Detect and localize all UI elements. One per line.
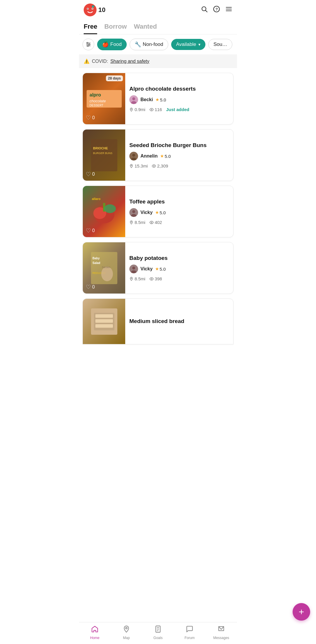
listing-meta: 0.9mi 116 Just added <box>129 107 229 112</box>
listing-info: Alpro chocolate desserts Becki ★ 5.0 0.9… <box>125 73 233 124</box>
nav-home[interactable]: Home <box>79 625 111 640</box>
svg-point-19 <box>87 45 88 46</box>
menu-icon[interactable] <box>225 6 232 14</box>
search-icon[interactable] <box>201 6 208 14</box>
listing-meta: 8.5mi 402 <box>129 220 229 225</box>
distance: 8.5mi <box>135 276 145 281</box>
svg-text:?: ? <box>216 7 218 11</box>
listing-image: BRIOCHE BURGER BUNS ♡ 0 <box>83 130 125 181</box>
svg-point-57 <box>151 278 152 279</box>
listing-user: Vicky ★ 5.0 <box>129 265 229 273</box>
listing-card[interactable]: alpro chocolate DESSERT 28 days ♡ 0 Alpr… <box>83 73 233 125</box>
forum-icon <box>186 625 193 635</box>
views: 116 <box>155 107 162 112</box>
covid-text: COVID: <box>92 59 108 64</box>
main-tabs: Free Borrow Wanted <box>79 20 237 34</box>
heart-icon: ♡ <box>86 227 91 234</box>
nav-messages[interactable]: Messages <box>205 625 237 640</box>
tab-free[interactable]: Free <box>84 20 97 34</box>
tab-wanted[interactable]: Wanted <box>134 20 157 34</box>
listing-card[interactable]: BRIOCHE BURGER BUNS ♡ 0 Seeded Brioche B… <box>83 129 233 181</box>
header: + 10 ? <box>79 0 237 20</box>
distance: 0.9mi <box>135 107 145 112</box>
listing-user: Vicky ★ 5.0 <box>129 208 229 217</box>
user-rating: ★ 5.0 <box>155 210 166 215</box>
warning-icon: ⚠️ <box>84 58 90 64</box>
listing-heart[interactable]: ♡ 0 <box>86 227 95 234</box>
svg-text:allaro: allaro <box>92 197 101 201</box>
listing-user: Becki ★ 5.0 <box>129 95 229 104</box>
header-left: + 10 <box>84 4 105 16</box>
filter-settings-button[interactable] <box>83 39 94 50</box>
notification-count: 10 <box>98 6 105 14</box>
listing-info: Medium sliced bread <box>125 299 233 344</box>
rating-value: 5.0 <box>165 154 171 159</box>
covid-banner: ⚠️ COVID: Sharing and safety <box>79 54 237 68</box>
svg-point-63 <box>126 627 127 629</box>
star-icon: ★ <box>155 210 159 215</box>
svg-point-18 <box>89 44 90 45</box>
nav-map[interactable]: Map <box>111 625 142 640</box>
listing-heart[interactable]: ♡ 0 <box>86 114 95 121</box>
listing-heart[interactable]: ♡ 0 <box>86 284 95 291</box>
filter-available-chip[interactable]: Available ▾ <box>171 39 206 50</box>
listing-card[interactable]: Baby Salad REDUCED Sarden ♡ 0 Baby potat… <box>83 242 233 294</box>
header-icons: ? <box>201 6 232 14</box>
user-name: Becki <box>140 97 153 102</box>
svg-point-43 <box>132 210 135 213</box>
heart-icon: ♡ <box>86 171 91 178</box>
views-item: 402 <box>150 220 162 225</box>
filter-food-chip[interactable]: 🍎 Food <box>97 39 127 50</box>
nonfood-chip-icon: 🔧 <box>135 41 141 48</box>
star-icon: ★ <box>160 153 164 159</box>
svg-point-35 <box>131 165 132 166</box>
food-chip-icon: 🍎 <box>102 41 109 48</box>
just-added-tag: Just added <box>166 107 189 112</box>
listing-title: Seeded Brioche Burger Buns <box>129 142 229 149</box>
views-item: 398 <box>150 276 162 281</box>
nav-forum[interactable]: Forum <box>174 625 205 640</box>
listing-heart[interactable]: ♡ 0 <box>86 171 95 178</box>
nav-map-label: Map <box>123 636 130 640</box>
listing-title: Baby potatoes <box>129 255 229 262</box>
svg-text:DESSERT: DESSERT <box>90 104 103 107</box>
star-icon: ★ <box>155 266 159 272</box>
help-icon[interactable]: ? <box>213 6 220 14</box>
views: 398 <box>155 276 162 281</box>
svg-point-17 <box>87 42 88 44</box>
listing-image: alpro chocolate DESSERT 28 days ♡ 0 <box>83 73 125 124</box>
listing-info: Toffee apples Vicky ★ 5.0 8.5mi 402 <box>125 186 233 237</box>
filter-nonfood-chip[interactable]: 🔧 Non-food <box>130 39 168 50</box>
svg-point-3 <box>87 8 88 9</box>
rating-value: 5.0 <box>160 97 166 102</box>
likes-count: 0 <box>92 172 95 177</box>
svg-text:BURGER BUNS: BURGER BUNS <box>93 152 112 155</box>
listing-user: Annelin ★ 5.0 <box>129 152 229 160</box>
listings-container: alpro chocolate DESSERT 28 days ♡ 0 Alpr… <box>79 68 237 380</box>
listing-meta: 15.3mi 2,309 <box>129 163 229 168</box>
nav-goals[interactable]: Goals <box>142 625 174 640</box>
filter-sort-chip[interactable]: Sou… <box>208 39 232 50</box>
listing-card[interactable]: Medium sliced bread <box>83 298 233 344</box>
views-item: 2,309 <box>152 163 168 168</box>
listing-meta: 8.5mi 398 <box>129 276 229 281</box>
svg-point-36 <box>153 165 154 167</box>
user-avatar <box>129 95 138 104</box>
user-avatar <box>129 152 138 160</box>
svg-text:alpro: alpro <box>90 92 101 97</box>
covid-link[interactable]: Sharing and safety <box>110 59 149 64</box>
svg-point-56 <box>131 278 132 279</box>
rating-value: 5.0 <box>160 267 166 272</box>
listing-card[interactable]: allaro ♡ 0 Toffee apples Vicky ★ 5.0 <box>83 186 233 237</box>
svg-point-40 <box>104 204 116 213</box>
user-rating: ★ 5.0 <box>160 153 171 159</box>
heart-icon: ♡ <box>86 284 91 291</box>
svg-text:Sarden: Sarden <box>102 266 110 269</box>
views: 2,309 <box>157 163 168 168</box>
tab-borrow[interactable]: Borrow <box>104 20 127 34</box>
distance-item: 0.9mi <box>129 107 145 112</box>
distance: 15.3mi <box>135 163 148 168</box>
available-chip-label: Available <box>176 42 196 47</box>
listing-image: allaro ♡ 0 <box>83 186 125 237</box>
distance-item: 8.5mi <box>129 220 145 225</box>
